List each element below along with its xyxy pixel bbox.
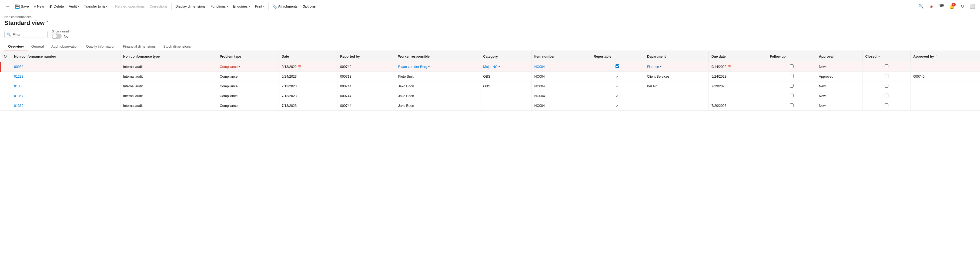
follow-up-cell[interactable] [767,72,816,82]
col-reported-by[interactable]: Reported by [337,51,395,62]
item-number-link[interactable]: NC004 [535,65,545,69]
new-button[interactable]: + New [32,3,46,10]
closed-checkbox[interactable] [885,84,888,88]
print-button[interactable]: Print ▾ [253,3,267,10]
worker-arrow[interactable]: ▾ [428,65,430,68]
nc-number-cell[interactable]: 01360 [11,101,121,110]
audit-button[interactable]: Audit ▾ [67,3,81,10]
worker-responsible-cell[interactable]: Riaan van der Berg▾ [395,62,480,72]
reportable-cell[interactable]: ✓ [591,101,644,110]
follow-up-checkbox[interactable] [790,84,794,88]
table-row[interactable]: 01360Internal auditCompliance7/13/202300… [0,101,980,110]
problem-type-arrow[interactable]: ▾ [239,65,240,68]
col-nc-type[interactable]: Non conformance type [120,51,217,62]
display-dimensions-button[interactable]: Display dimensions [173,3,208,10]
col-closed[interactable]: Closed ▼ [862,51,910,62]
follow-up-cell[interactable] [767,101,816,110]
options-button[interactable]: Options [300,3,318,10]
follow-up-cell[interactable] [767,91,816,101]
col-worker-responsible[interactable]: Worker responsible [395,51,480,62]
row-select-cell[interactable] [0,82,11,91]
nc-number-cell[interactable]: 01356 [11,82,121,91]
transfer-to-risk-button[interactable]: Transfer to risk [82,3,110,10]
reportable-cell[interactable]: ✓ [591,72,644,82]
filter-input-wrap[interactable]: 🔍 [4,31,48,38]
tab-general[interactable]: General [27,42,48,51]
follow-up-cell[interactable] [767,82,816,91]
row-select-cell[interactable] [0,72,11,82]
refresh-button[interactable]: ↻ [958,2,966,11]
show-closed-toggle[interactable] [52,34,62,39]
follow-up-cell[interactable] [767,62,816,72]
problem-type-cell[interactable]: Compliance▾ [217,62,279,72]
closed-cell[interactable] [862,91,910,101]
table-row[interactable]: 01356Internal auditCompliance7/13/202300… [0,82,980,91]
reportable-cell[interactable] [591,62,644,72]
calendar-icon[interactable]: 📅 [298,65,302,69]
back-button[interactable]: ← [3,2,13,10]
col-department[interactable]: Department [644,51,709,62]
category-arrow[interactable]: ▾ [498,65,500,68]
col-approval[interactable]: Approval [816,51,862,62]
follow-up-checkbox[interactable] [790,74,794,78]
col-date[interactable]: Date [279,51,337,62]
nc-number-cell[interactable]: 00932 [11,62,121,72]
col-problem-type[interactable]: Problem type [217,51,279,62]
problem-type-link[interactable]: Compliance [220,65,237,69]
due-date-calendar-icon[interactable]: 📅 [728,65,732,69]
closed-cell[interactable] [862,72,910,82]
filter-input[interactable] [13,32,45,37]
related-operations-button[interactable]: Related operations [113,3,147,10]
follow-up-checkbox[interactable] [790,64,794,68]
item-number-cell[interactable]: NC004 [531,62,591,72]
closed-checkbox[interactable] [885,94,888,98]
nc-number-link[interactable]: 01238 [14,75,24,78]
follow-up-checkbox[interactable] [790,103,794,107]
col-nc-number[interactable]: Non conformance number [11,51,121,62]
diamond-icon-button[interactable]: ◈ [927,2,936,11]
reportable-cell[interactable]: ✓ [591,82,644,91]
nc-number-link[interactable]: 01356 [14,85,24,88]
closed-cell[interactable] [862,82,910,91]
col-approved-by-more-icon[interactable]: ⋮ [935,54,938,58]
nc-number-link[interactable]: 01360 [14,104,24,108]
enquiries-button[interactable]: Enquiries ▾ [231,3,252,10]
col-closed-filter-icon[interactable]: ▼ [878,55,881,58]
closed-checkbox[interactable] [885,64,888,68]
department-link[interactable]: Finance [647,65,659,69]
col-approved-by[interactable]: Approved by ⋮ [910,51,980,62]
save-button[interactable]: 💾 Save [13,3,31,10]
search-button[interactable]: 🔍 [917,2,926,11]
tab-stock-dimensions[interactable]: Stock dimensions [159,42,194,51]
tab-financial-dimensions[interactable]: Financial dimensions [119,42,159,51]
attachments-button[interactable]: 📎 Attachments [270,3,300,10]
closed-checkbox[interactable] [885,103,888,107]
table-row[interactable]: 00932Internal auditCompliance▾9/13/2022📅… [0,62,980,72]
category-link[interactable]: Major NC [483,65,498,69]
row-select-cell[interactable] [0,62,11,72]
col-item-number[interactable]: Item number [531,51,591,62]
department-arrow[interactable]: ▾ [660,65,662,68]
nc-number-cell[interactable]: 01357 [11,91,121,101]
col-due-date[interactable]: Due date [709,51,767,62]
row-select-cell[interactable] [0,91,11,101]
worker-link[interactable]: Riaan van der Berg [398,65,427,69]
reportable-checkbox[interactable] [616,64,619,68]
functions-button[interactable]: Functions ▾ [208,3,230,10]
tab-quality-information[interactable]: Quality information [83,42,119,51]
table-row[interactable]: 01357Internal auditCompliance7/13/202300… [0,91,980,101]
closed-cell[interactable] [862,101,910,110]
closed-cell[interactable] [862,62,910,72]
col-follow-up[interactable]: Follow up [767,51,816,62]
fullscreen-button[interactable]: ⬜ [968,2,977,11]
flag-icon-button[interactable]: 🏴 [937,2,946,11]
tab-overview[interactable]: Overview [4,42,27,51]
corrections-button[interactable]: Corrections [147,3,169,10]
row-select-cell[interactable] [0,101,11,110]
table-row[interactable]: 01238Internal auditCompliance5/24/202300… [0,72,980,82]
col-reportable[interactable]: Reportable [591,51,644,62]
follow-up-checkbox[interactable] [790,94,794,98]
nc-number-link[interactable]: 00932 [14,65,24,69]
nc-number-link[interactable]: 01357 [14,94,24,98]
col-category[interactable]: Category [480,51,531,62]
